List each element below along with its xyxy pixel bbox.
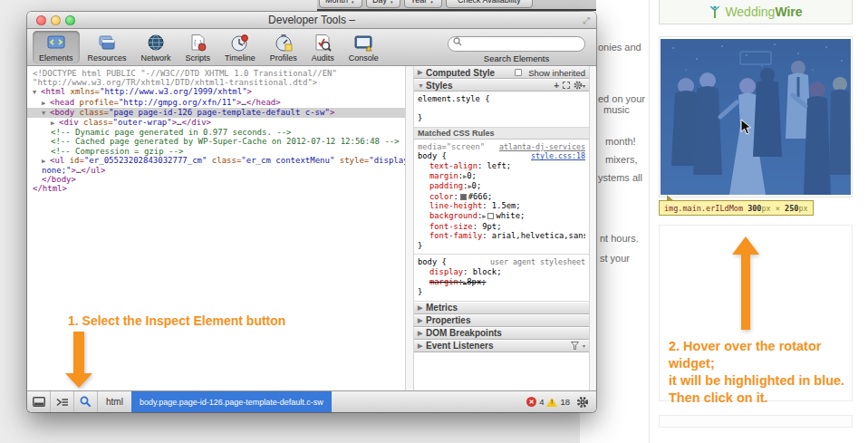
css-property-background[interactable]: background:▶white;	[418, 211, 585, 222]
styles-scrollbar[interactable]	[589, 66, 596, 390]
settings-gear-button[interactable]	[573, 396, 593, 409]
inspector-highlight-overlay	[661, 39, 851, 195]
toolbar-profiles-button[interactable]: Profiles	[264, 31, 304, 63]
annotation2-box: 2. Hover over the rotator widget; it wil…	[659, 225, 853, 401]
toolbar-network-button[interactable]: Network	[135, 31, 178, 63]
css-property-color[interactable]: color:#666;	[418, 192, 585, 202]
toolbar-timeline-button[interactable]: Timeline	[218, 31, 262, 63]
element-state-button[interactable]	[563, 82, 570, 89]
dom-tree-row-selected[interactable]: ▼<body class="page page-id-126 page-temp…	[27, 108, 405, 118]
filter-icon[interactable]	[571, 342, 579, 350]
console-icon	[353, 33, 373, 53]
dom-tree-row[interactable]: <!-- Compression = gzip -->	[27, 147, 405, 156]
weddingwire-widget[interactable]: WeddingWire	[659, 0, 853, 24]
toolbar-console-button[interactable]: Console	[342, 31, 385, 63]
toolbar-elements-button[interactable]: Elements	[33, 31, 80, 63]
css-rule-body[interactable]: media="screen"atlanta-dj-services body {…	[414, 140, 589, 255]
dom-tree-row[interactable]: ▶<head profile="http://gmpg.org/xfn/11">…	[27, 98, 405, 108]
search-area: Search Elements	[448, 34, 585, 63]
year-select[interactable]: Year ▴▾	[404, 0, 442, 8]
element-style-rule[interactable]: element.style { }	[414, 91, 589, 128]
audits-icon	[313, 33, 333, 53]
screenshot-root: Month ▴▾ Day ▴▾ Year ▴▾ Check Availabili…	[0, 0, 868, 443]
profiles-icon	[274, 33, 294, 53]
user-agent-origin-label: user agent stylesheet	[490, 257, 585, 267]
inspect-element-button[interactable]	[74, 391, 98, 412]
matched-css-rules-header: Matched CSS Rules	[414, 128, 589, 140]
breadcrumb-html[interactable]: html	[98, 391, 131, 412]
timeline-icon	[230, 33, 250, 53]
rotator-widget-image[interactable]	[661, 39, 851, 195]
css-property-padding[interactable]: padding:▶0;	[418, 181, 585, 192]
toolbar-label: Profiles	[270, 53, 297, 63]
add-style-rule-button[interactable]: +	[554, 81, 559, 91]
minimize-window-button[interactable]	[51, 15, 61, 25]
dom-tree-row[interactable]: ▼<html xmlns="http://www.w3.org/1999/xht…	[27, 87, 405, 97]
page-text-fragment: onies and	[598, 42, 641, 53]
close-window-button[interactable]	[36, 15, 46, 25]
search-icon	[453, 37, 462, 46]
page-text-fragment: month!	[605, 136, 636, 147]
window-resize-icon[interactable]: ⤢	[583, 15, 590, 26]
page-text-fragment: mixers,	[605, 154, 637, 165]
css-property-font-size[interactable]: font-size: 9pt;	[418, 222, 585, 232]
mouse-cursor-icon	[740, 119, 752, 135]
dom-tree-row[interactable]: ▶<div class="outer-wrap">…</div>	[27, 118, 405, 128]
dom-tree-row[interactable]: </body>	[27, 175, 405, 184]
devtools-toolbar: ElementsResourcesNetwork{..}ScriptsTimel…	[27, 29, 596, 66]
warning-count-icon[interactable]	[546, 398, 557, 407]
check-availability-button[interactable]: Check Availability	[446, 0, 533, 8]
dock-to-window-button[interactable]	[27, 391, 51, 412]
error-count-icon[interactable]: ✕	[526, 397, 536, 407]
day-select[interactable]: Day ▴▾	[366, 0, 400, 8]
css-rule-user-agent[interactable]: body {user agent stylesheet display: blo…	[414, 255, 589, 301]
toolbar-scripts-button[interactable]: {..}Scripts	[179, 31, 217, 63]
month-select[interactable]: Month ▴▾	[319, 0, 362, 8]
warning-count[interactable]: 18	[560, 397, 570, 407]
page-text-fragment: ystems all	[598, 172, 642, 183]
css-property-margin[interactable]: margin:▶0;	[418, 171, 585, 182]
dom-tree-scrollbar[interactable]	[405, 66, 414, 390]
css-property-display[interactable]: display: block;	[418, 267, 585, 277]
dom-tree-row[interactable]: <!-- Cached page generated by WP-Super-C…	[27, 137, 405, 146]
style-gear-button[interactable]: ▾	[574, 81, 585, 90]
page-text-fragment: st your	[600, 253, 630, 264]
show-console-button[interactable]	[51, 391, 74, 412]
dom-tree-row[interactable]: "http://www.w3.org/TR/xhtml1/DTD/xhtml1-…	[27, 78, 405, 87]
styles-section[interactable]: ▼Styles + ▾	[414, 79, 589, 91]
computed-style-section[interactable]: ▶Computed Style Show inherited	[414, 66, 589, 79]
dom-tree-row[interactable]: </html>	[27, 184, 405, 193]
toolbar-label: Network	[141, 53, 171, 63]
toolbar-audits-button[interactable]: Audits	[305, 31, 341, 63]
zoom-window-button[interactable]	[65, 15, 75, 25]
browser-window-bottom-edge: Month ▴▾ Day ▴▾ Year ▴▾ Check Availabili…	[317, 0, 596, 11]
search-input[interactable]	[448, 36, 585, 52]
css-property-line-height[interactable]: line-height: 1.5em;	[418, 201, 585, 211]
window-title: Developer Tools –	[268, 14, 355, 26]
breadcrumb-body-selected[interactable]: body.page.page-id-126.page-template-defa…	[131, 391, 332, 412]
devtools-titlebar[interactable]: Developer Tools – ⤢	[27, 12, 596, 29]
color-swatch	[487, 213, 494, 219]
section-metrics[interactable]: ▶Metrics	[414, 302, 589, 314]
dom-tree-row[interactable]: <!-- Dynamic page generated in 0.977 sec…	[27, 128, 405, 137]
section-dom-breakpoints[interactable]: ▶DOM Breakpoints	[414, 327, 589, 340]
css-property-text-align[interactable]: text-align: left;	[418, 161, 585, 171]
toolbar-resources-button[interactable]: Resources	[82, 31, 133, 63]
css-property-font-family[interactable]: font-family: arial,helvetica,sans-…	[418, 231, 585, 241]
page-column-divider	[649, 0, 650, 443]
error-count[interactable]: 4	[539, 397, 544, 407]
stylesheet-domain-link[interactable]: atlanta-dj-services	[499, 142, 585, 152]
stylesheet-file-link[interactable]: style.css:18	[531, 151, 585, 161]
dom-tree-row[interactable]: ▶<ul id="er_05523202843032777_cm" class=…	[27, 156, 405, 166]
dom-tree-row[interactable]: none;">…</ul>	[27, 166, 405, 175]
css-property-margin[interactable]: margin:▶8px;	[418, 277, 585, 288]
element-size-tooltip: img.main.erILdMom 300px × 250px	[659, 200, 814, 216]
show-inherited-checkbox[interactable]	[515, 69, 522, 76]
page-text-fragment: music	[603, 104, 630, 115]
section-event-listeners[interactable]: ▶Event Listeners▾	[414, 340, 589, 352]
dom-tree-row[interactable]: <!DOCTYPE html PUBLIC "-//W3C//DTD XHTML…	[27, 69, 405, 78]
select-stepper-icon: ▴▾	[391, 0, 393, 4]
rotator-widget-container	[659, 36, 853, 197]
section-properties[interactable]: ▶Properties	[414, 314, 589, 327]
tooltip-pointer	[667, 195, 674, 201]
